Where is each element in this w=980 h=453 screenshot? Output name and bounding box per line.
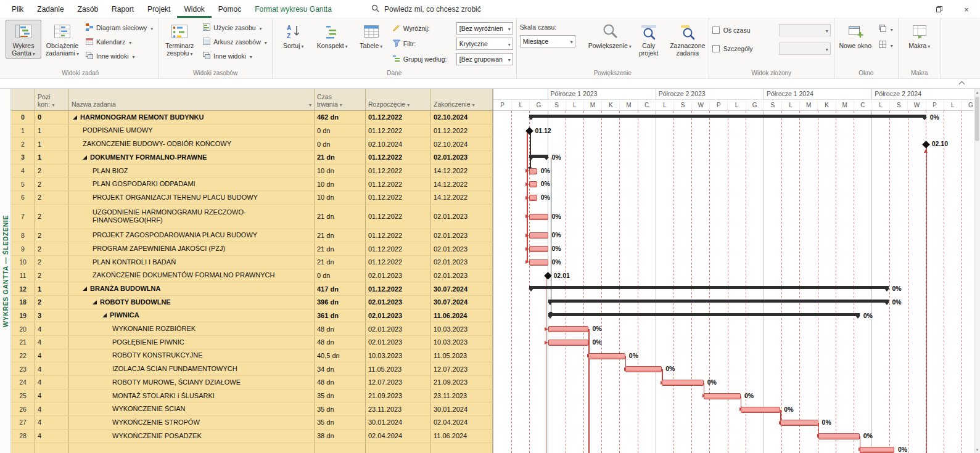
column-header-id[interactable]: [11, 89, 35, 110]
cell-start[interactable]: 02.01.2023: [366, 269, 431, 282]
cell-duration[interactable]: 462 dn: [315, 111, 366, 124]
cell-id[interactable]: 23: [11, 362, 35, 375]
table-row[interactable]: 224ROBOTY KONSTRUKCYJNE40,5 dn10.03.2023…: [11, 349, 493, 363]
collapse-triangle-icon[interactable]: [83, 155, 87, 160]
cell-duration[interactable]: 10 dn: [315, 165, 366, 178]
cell-start[interactable]: 02.04.2024: [366, 430, 431, 443]
cell-duration[interactable]: 48 dn: [315, 336, 366, 349]
cell-name[interactable]: DOKUMENTY FORMALNO-PRAWNE: [69, 151, 315, 164]
cell-id[interactable]: 3: [11, 151, 35, 164]
table-row[interactable]: 11PODPISANIE UMOWY0 dn01.12.202201.12.20…: [11, 124, 493, 138]
cell-start[interactable]: 01.12.2022: [366, 178, 431, 190]
table-row[interactable]: 244ROBOTY MUROWE, ŚCIANY DZIAŁOWE48 dn12…: [11, 376, 493, 390]
cell-id[interactable]: 25: [11, 390, 35, 402]
tables-button[interactable]: Tabele: [353, 20, 389, 51]
cell-finish[interactable]: 11.06.2024: [431, 309, 493, 322]
cell-name[interactable]: PROJEKT ORGANIZACJI TERENU PLACU BUDOWY: [69, 191, 315, 204]
table-row[interactable]: 214POGŁĘBIENIE PIWNIC48 dn02.01.202310.0…: [11, 336, 493, 349]
table-row[interactable]: 182ROBOTY BUDOWLNE396 dn02.01.202330.07.…: [11, 296, 493, 309]
cell-id[interactable]: 10: [11, 256, 35, 269]
cell-start[interactable]: 01.12.2022: [366, 205, 431, 229]
cell-finish[interactable]: 10.03.2023: [431, 336, 493, 349]
cell-id[interactable]: 26: [11, 402, 35, 415]
cell-outline[interactable]: 4: [35, 416, 69, 429]
filter-caret-icon[interactable]: [405, 100, 410, 108]
cell-finish[interactable]: 21.09.2023: [431, 376, 493, 389]
task-usage-button[interactable]: Obciążenie zadaniami: [44, 20, 80, 59]
cell-outline[interactable]: 4: [35, 336, 69, 349]
cell-start[interactable]: [366, 443, 431, 453]
outline-button[interactable]: Konspekt: [315, 20, 350, 51]
cell-name[interactable]: HARMONOGRAM REMONT BUDYNKU: [69, 111, 315, 124]
highlight-combo[interactable]: [Bez wyróżnien: [456, 22, 513, 35]
menu-zadanie[interactable]: Zadanie: [30, 0, 70, 18]
task-bar[interactable]: [662, 380, 704, 386]
cell-name[interactable]: PLAN GOSPODARKI ODPADAMI: [69, 178, 315, 190]
cell-name[interactable]: PROGRAM ZAPEWNIENIA JAKOŚCI (PZJ): [69, 242, 315, 255]
collapse-triangle-icon[interactable]: [93, 300, 97, 304]
cell-start[interactable]: 02.01.2023: [366, 322, 431, 335]
cell-name[interactable]: UZGODNIENIE HARMONOGRAMU RZECZOWO-FINANS…: [69, 205, 315, 229]
filter-caret-icon[interactable]: [471, 100, 475, 108]
cell-start[interactable]: 01.12.2022: [366, 124, 431, 137]
network-diagram-button[interactable]: Diagram sieciowy: [83, 22, 155, 33]
sort-button[interactable]: AZ Sortuj: [276, 20, 311, 51]
group-by-combo[interactable]: [Bez grupowan: [456, 53, 513, 65]
cell-start[interactable]: 10.03.2023: [366, 349, 431, 362]
column-header-finish[interactable]: Zakończenie: [431, 89, 493, 110]
scroll-down-icon[interactable]: ▾: [974, 446, 980, 453]
cell-start[interactable]: 02.01.2023: [366, 336, 431, 349]
column-header-start[interactable]: Rozpoczęcie: [366, 89, 431, 110]
filter-caret-icon[interactable]: [307, 100, 311, 108]
cell-finish[interactable]: 23.11.2023: [431, 390, 493, 402]
cell-name[interactable]: IZOLACJA ŚCIAN FUNDAMENTOWYCH: [69, 362, 315, 375]
menu-projekt[interactable]: Projekt: [141, 0, 177, 18]
cell-finish[interactable]: 30.01.2024: [431, 402, 493, 415]
summary-bar[interactable]: [529, 286, 888, 289]
details-checkbox[interactable]: [712, 45, 720, 52]
cell-start[interactable]: 01.12.2022: [366, 242, 431, 255]
collapse-triangle-icon[interactable]: [73, 115, 77, 120]
menu-zasób[interactable]: Zasób: [71, 0, 105, 18]
cell-start[interactable]: 01.12.2022: [366, 165, 431, 178]
cell-duration[interactable]: 48 dn: [315, 322, 366, 335]
table-row[interactable]: 82PROJEKT ZAGOSPODAROWANIA PLACU BUDOWY2…: [11, 229, 493, 243]
cell-duration[interactable]: 417 dn: [315, 282, 366, 295]
cell-duration[interactable]: [315, 443, 366, 453]
table-row[interactable]: 204WYKONANIE ROZBIÓREK48 dn02.01.202310.…: [11, 322, 493, 336]
table-row[interactable]: 264WYKOŃCZENIE ŚCIAN35 dn23.11.202330.01…: [11, 402, 493, 416]
cell-outline[interactable]: 3: [35, 309, 69, 322]
cell-start[interactable]: 02.10.2024: [366, 137, 431, 150]
cell-outline[interactable]: 4: [35, 362, 69, 375]
cell-start[interactable]: 02.01.2023: [366, 309, 431, 322]
cell-finish[interactable]: 02.01.2023: [431, 151, 493, 164]
cell-id[interactable]: 12: [11, 282, 35, 295]
summary-bar[interactable]: [548, 313, 860, 316]
cell-finish[interactable]: 01.12.2022: [431, 124, 493, 137]
cell-duration[interactable]: 21 dn: [315, 205, 366, 229]
summary-bar[interactable]: [529, 115, 926, 118]
task-bar[interactable]: [529, 259, 548, 266]
cell-duration[interactable]: 21 dn: [315, 229, 366, 242]
scrollbar-thumb[interactable]: [975, 97, 979, 141]
milestone-diamond[interactable]: [922, 141, 930, 149]
cell-outline[interactable]: [35, 443, 69, 453]
cell-outline[interactable]: 4: [35, 322, 69, 335]
cell-name[interactable]: WYKONANIE ROZBIÓREK: [69, 322, 315, 335]
collapse-triangle-icon[interactable]: [83, 287, 87, 291]
cell-id[interactable]: 11: [11, 269, 35, 282]
table-row[interactable]: 121BRANŻA BUDOWLNA417 dn01.12.202230.07.…: [11, 282, 493, 296]
cell-finish[interactable]: 14.12.2022: [431, 165, 493, 178]
resource-sheet-button[interactable]: Arkusz zasobów: [200, 36, 268, 47]
cell-outline[interactable]: 2: [35, 296, 69, 309]
filter-caret-icon[interactable]: [338, 100, 342, 108]
cell-name[interactable]: ROBOTY BUDOWLNE: [69, 296, 315, 309]
cell-duration[interactable]: 48 dn: [315, 376, 366, 389]
cell-id[interactable]: 27: [11, 416, 35, 429]
cell-id[interactable]: 9: [11, 242, 35, 255]
cell-id[interactable]: 4: [11, 165, 35, 178]
menu-pomoc[interactable]: Pomoc: [212, 0, 248, 18]
task-bar[interactable]: [741, 407, 780, 413]
cell-outline[interactable]: 2: [35, 229, 69, 242]
cell-name[interactable]: BRANŻA BUDOWLNA: [69, 282, 315, 295]
